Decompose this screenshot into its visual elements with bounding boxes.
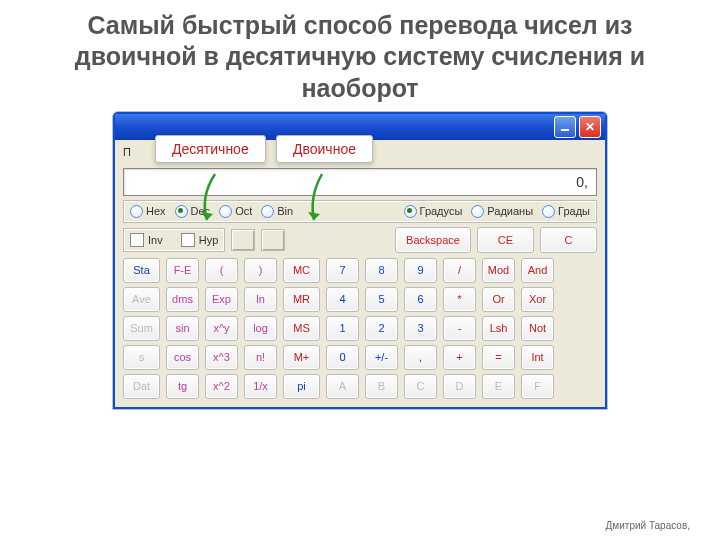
btn-mc[interactable]: MC <box>283 258 320 283</box>
radio-bin[interactable]: Bin <box>261 205 293 218</box>
check-inv[interactable]: Inv <box>130 233 163 247</box>
close-button[interactable]: ✕ <box>579 116 601 138</box>
svg-rect-0 <box>561 129 569 131</box>
btn-e: E <box>482 374 515 399</box>
radio-deg[interactable]: Градусы <box>404 205 463 218</box>
radio-oct-label: Oct <box>235 205 252 217</box>
btn-x2[interactable]: x^2 <box>205 374 238 399</box>
btn-[interactable]: + <box>443 345 476 370</box>
check-hyp-label: Hyp <box>199 234 219 246</box>
btn-5[interactable]: 5 <box>365 287 398 312</box>
btn-log[interactable]: log <box>244 316 277 341</box>
btn-[interactable]: ) <box>244 258 277 283</box>
btn-fe[interactable]: F-E <box>166 258 199 283</box>
btn-not[interactable]: Not <box>521 316 554 341</box>
radio-grad-label: Грады <box>558 205 590 217</box>
btn-b: B <box>365 374 398 399</box>
btn-and[interactable]: And <box>521 258 554 283</box>
btn-sum: Sum <box>123 316 160 341</box>
btn-0[interactable]: 0 <box>326 345 359 370</box>
angle-group: Градусы Радианы Грады <box>404 205 590 218</box>
btn-x3[interactable]: x^3 <box>205 345 238 370</box>
radio-hex[interactable]: Hex <box>130 205 166 218</box>
page-title: Самый быстрый способ перевода чисел из д… <box>30 10 690 104</box>
callout-binary: Двоичное <box>276 135 373 163</box>
btn-3[interactable]: 3 <box>404 316 437 341</box>
btn-4[interactable]: 4 <box>326 287 359 312</box>
btn-ln[interactable]: ln <box>244 287 277 312</box>
btn-s: s <box>123 345 160 370</box>
c-button[interactable]: C <box>540 227 597 253</box>
indicator-2 <box>261 229 285 251</box>
check-hyp[interactable]: Hyp <box>181 233 219 247</box>
btn-dat: Dat <box>123 374 160 399</box>
btn-m[interactable]: M+ <box>283 345 320 370</box>
btn-[interactable]: +/- <box>365 345 398 370</box>
radio-rad[interactable]: Радианы <box>471 205 533 218</box>
btn-[interactable]: - <box>443 316 476 341</box>
btn-pi[interactable]: pi <box>283 374 320 399</box>
btn-c: C <box>404 374 437 399</box>
btn-[interactable]: * <box>443 287 476 312</box>
radio-deg-label: Градусы <box>420 205 463 217</box>
radio-hex-label: Hex <box>146 205 166 217</box>
radio-grad[interactable]: Грады <box>542 205 590 218</box>
btn-6[interactable]: 6 <box>404 287 437 312</box>
btn-mr[interactable]: MR <box>283 287 320 312</box>
arrow-to-dec <box>195 172 225 232</box>
check-inv-label: Inv <box>148 234 163 246</box>
btn-or[interactable]: Or <box>482 287 515 312</box>
btn-f: F <box>521 374 554 399</box>
btn-sta[interactable]: Sta <box>123 258 160 283</box>
btn-1x[interactable]: 1/x <box>244 374 277 399</box>
footer: Дмитрий Тарасов, <box>606 520 690 532</box>
btn-9[interactable]: 9 <box>404 258 437 283</box>
btn-dms[interactable]: dms <box>166 287 199 312</box>
btn-[interactable]: ( <box>205 258 238 283</box>
callout-decimal: Десятичное <box>155 135 266 163</box>
btn-n[interactable]: n! <box>244 345 277 370</box>
btn-1[interactable]: 1 <box>326 316 359 341</box>
btn-exp[interactable]: Exp <box>205 287 238 312</box>
btn-ave: Ave <box>123 287 160 312</box>
btn-cos[interactable]: cos <box>166 345 199 370</box>
btn-mod[interactable]: Mod <box>482 258 515 283</box>
button-grid: StaF-E()MC789/ModAndAvedmsExplnMR456*OrX… <box>123 258 597 399</box>
btn-int[interactable]: Int <box>521 345 554 370</box>
btn-[interactable]: / <box>443 258 476 283</box>
btn-2[interactable]: 2 <box>365 316 398 341</box>
backspace-button[interactable]: Backspace <box>395 227 471 253</box>
btn-d: D <box>443 374 476 399</box>
btn-tg[interactable]: tg <box>166 374 199 399</box>
btn-xor[interactable]: Xor <box>521 287 554 312</box>
radio-bin-label: Bin <box>277 205 293 217</box>
btn-lsh[interactable]: Lsh <box>482 316 515 341</box>
btn-sin[interactable]: sin <box>166 316 199 341</box>
radio-rad-label: Радианы <box>487 205 533 217</box>
btn-xy[interactable]: x^y <box>205 316 238 341</box>
btn-ms[interactable]: MS <box>283 316 320 341</box>
btn-a: A <box>326 374 359 399</box>
btn-[interactable]: , <box>404 345 437 370</box>
btn-8[interactable]: 8 <box>365 258 398 283</box>
indicator-1 <box>231 229 255 251</box>
btn-[interactable]: = <box>482 345 515 370</box>
btn-7[interactable]: 7 <box>326 258 359 283</box>
minimize-button[interactable] <box>554 116 576 138</box>
arrow-to-bin <box>304 172 334 232</box>
footer-author: Дмитрий Тарасов, <box>606 520 690 532</box>
ce-button[interactable]: CE <box>477 227 534 253</box>
